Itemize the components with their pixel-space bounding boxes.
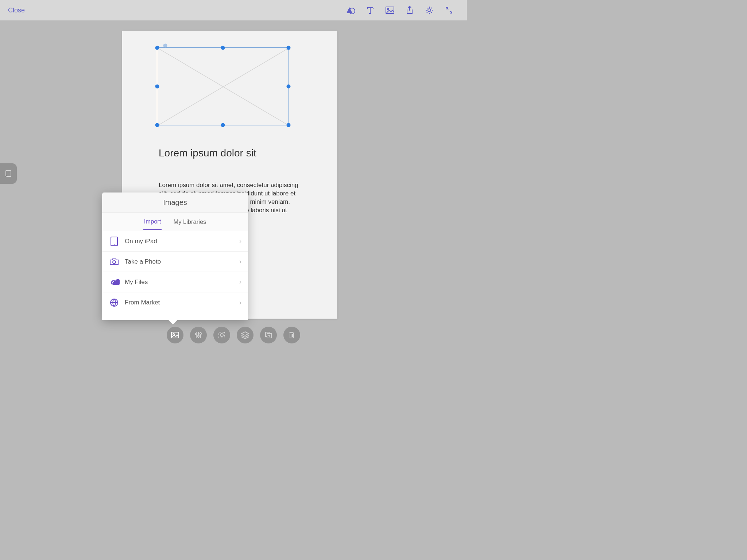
creative-cloud-icon bbox=[109, 277, 120, 288]
ipad-icon bbox=[109, 236, 120, 247]
svg-point-14 bbox=[198, 335, 200, 337]
image-tool-icon[interactable] bbox=[380, 0, 400, 20]
svg-rect-16 bbox=[219, 332, 225, 338]
selection-handle[interactable] bbox=[287, 46, 291, 50]
popover-title: Images bbox=[102, 192, 248, 213]
selection-handle[interactable] bbox=[155, 85, 159, 89]
svg-point-9 bbox=[113, 261, 116, 264]
list-item-label: My Files bbox=[125, 279, 239, 286]
adjust-button[interactable] bbox=[190, 327, 207, 343]
close-button[interactable]: Close bbox=[8, 7, 25, 14]
layers-button[interactable] bbox=[237, 327, 253, 343]
image-placeholder[interactable] bbox=[157, 47, 289, 125]
bottom-toolbar bbox=[167, 327, 300, 343]
document-heading[interactable]: Lorem ipsum dolor sit bbox=[159, 147, 256, 159]
selection-handle[interactable] bbox=[155, 123, 159, 127]
chevron-right-icon: › bbox=[239, 299, 241, 307]
list-item-label: From Market bbox=[125, 299, 239, 306]
duplicate-button[interactable] bbox=[260, 327, 277, 343]
selection-handle[interactable] bbox=[221, 46, 225, 50]
chevron-right-icon: › bbox=[239, 258, 241, 265]
top-toolbar: Close bbox=[0, 0, 467, 20]
side-panel-tab[interactable] bbox=[0, 163, 17, 184]
svg-point-8 bbox=[114, 244, 115, 245]
popover-tabs: Import My Libraries bbox=[102, 213, 248, 231]
selection-handle[interactable] bbox=[287, 85, 291, 89]
import-from-market[interactable]: From Market › bbox=[102, 292, 248, 313]
tab-import[interactable]: Import bbox=[143, 214, 162, 230]
selection-handle[interactable] bbox=[155, 46, 159, 50]
list-item-label: Take a Photo bbox=[125, 258, 239, 265]
share-icon[interactable] bbox=[400, 0, 419, 20]
selection-handle[interactable] bbox=[287, 123, 291, 127]
settings-icon[interactable] bbox=[419, 0, 439, 20]
import-my-files[interactable]: My Files › bbox=[102, 272, 248, 292]
opacity-button[interactable] bbox=[213, 327, 230, 343]
import-on-my-ipad[interactable]: On my iPad › bbox=[102, 231, 248, 252]
shape-tool-icon[interactable] bbox=[341, 0, 360, 20]
chevron-right-icon: › bbox=[239, 278, 241, 286]
selection-handle[interactable] bbox=[221, 123, 225, 127]
svg-point-17 bbox=[220, 334, 223, 337]
svg-point-2 bbox=[387, 8, 389, 10]
text-tool-icon[interactable] bbox=[360, 0, 380, 20]
fullscreen-icon[interactable] bbox=[439, 0, 459, 20]
images-popover: Images Import My Libraries On my iPad › … bbox=[102, 192, 248, 320]
image-button[interactable] bbox=[167, 327, 183, 343]
svg-point-3 bbox=[428, 9, 431, 12]
svg-point-15 bbox=[200, 333, 202, 335]
list-item-label: On my iPad bbox=[125, 238, 239, 245]
globe-icon bbox=[109, 297, 120, 308]
import-take-photo[interactable]: Take a Photo › bbox=[102, 252, 248, 272]
camera-icon bbox=[109, 256, 120, 267]
svg-point-13 bbox=[196, 333, 197, 335]
tab-my-libraries[interactable]: My Libraries bbox=[173, 214, 207, 230]
delete-button[interactable] bbox=[283, 327, 300, 343]
chevron-right-icon: › bbox=[239, 237, 241, 245]
rotation-handle[interactable] bbox=[163, 44, 167, 48]
import-options-list: On my iPad › Take a Photo › My Files › F… bbox=[102, 231, 248, 320]
